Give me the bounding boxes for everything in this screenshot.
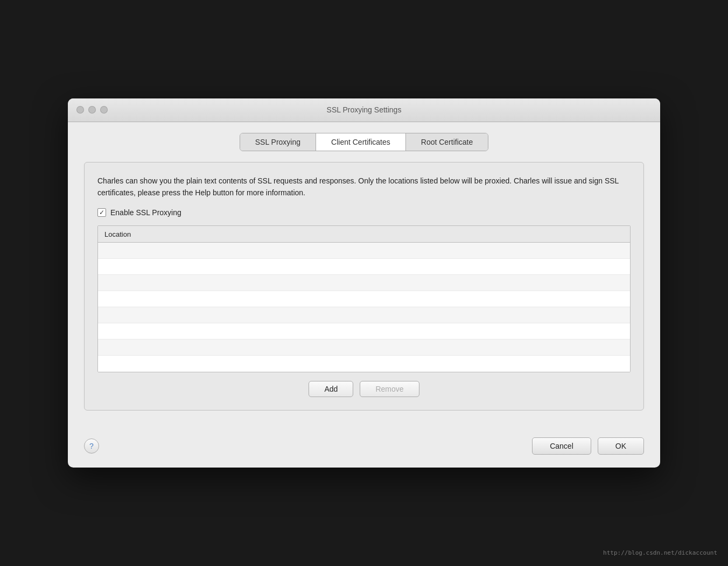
tab-client-certificates[interactable]: Client Certificates (316, 133, 406, 151)
enable-ssl-checkbox[interactable]: ✓ (97, 208, 106, 217)
table-row[interactable] (98, 291, 630, 307)
close-button[interactable] (76, 106, 84, 114)
ok-button[interactable]: OK (598, 437, 644, 455)
table-row[interactable] (98, 323, 630, 339)
remove-button[interactable]: Remove (360, 381, 419, 397)
add-button[interactable]: Add (309, 381, 353, 397)
tab-ssl-proxying[interactable]: SSL Proxying (240, 133, 316, 151)
description-text: Charles can show you the plain text cont… (97, 175, 631, 199)
content-panel: Charles can show you the plain text cont… (84, 162, 644, 411)
table-row[interactable] (98, 243, 630, 259)
table-header: Location (98, 226, 630, 243)
minimize-button[interactable] (88, 106, 96, 114)
titlebar: SSL Proxying Settings (68, 98, 660, 122)
watermark: http://blog.csdn.net/dickaccount (603, 549, 717, 556)
enable-ssl-label: Enable SSL Proxying (110, 208, 181, 217)
main-window: SSL Proxying Settings SSL Proxying Clien… (68, 98, 660, 468)
maximize-button[interactable] (100, 106, 108, 114)
help-button[interactable]: ? (84, 438, 99, 454)
window-body: SSL Proxying Client Certificates Root Ce… (68, 122, 660, 427)
table-row[interactable] (98, 275, 630, 291)
footer-buttons: Cancel OK (532, 437, 644, 455)
table-row[interactable] (98, 356, 630, 372)
tab-bar: SSL Proxying Client Certificates Root Ce… (84, 133, 644, 151)
table-row[interactable] (98, 259, 630, 275)
location-column-header: Location (104, 230, 131, 238)
tab-root-certificate[interactable]: Root Certificate (406, 133, 488, 151)
table-button-row: Add Remove (97, 381, 631, 397)
tab-group: SSL Proxying Client Certificates Root Ce… (240, 133, 489, 151)
table-rows (98, 243, 630, 372)
window-title: SSL Proxying Settings (327, 105, 402, 114)
enable-ssl-checkbox-row: ✓ Enable SSL Proxying (97, 208, 631, 217)
traffic-lights (76, 106, 108, 114)
cancel-button[interactable]: Cancel (532, 437, 591, 455)
location-table: Location (97, 225, 631, 372)
footer: ? Cancel OK (68, 427, 660, 468)
table-row[interactable] (98, 339, 630, 356)
table-row[interactable] (98, 307, 630, 323)
